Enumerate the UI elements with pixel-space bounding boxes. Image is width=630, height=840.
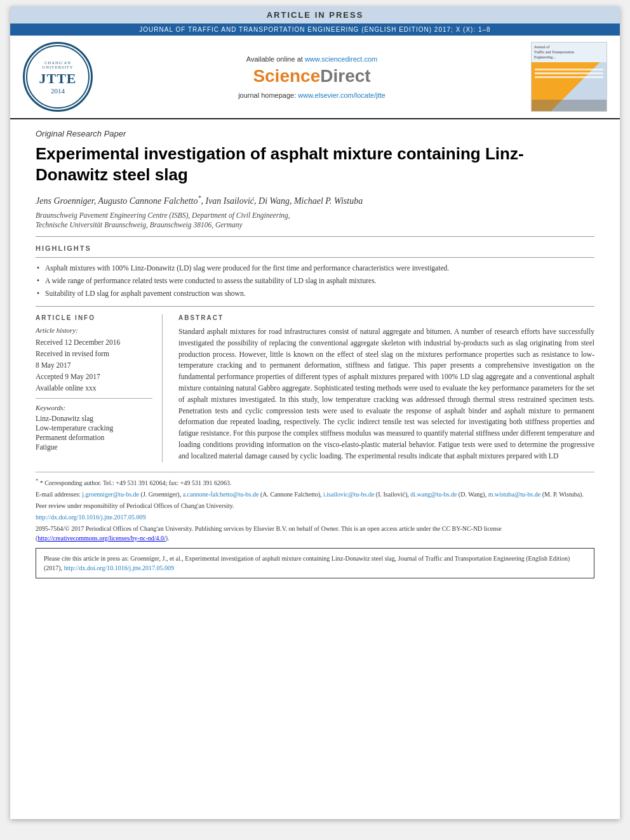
main-content: Original Research Paper Experimental inv… xyxy=(10,119,620,588)
affiliation-line1: Braunschweig Pavement Engineering Centre… xyxy=(36,211,594,219)
email-groenniger[interactable]: j.groenniger@tu-bs.de xyxy=(82,491,139,498)
corresponding-note: * * Corresponding author. Tel.: +49 531 … xyxy=(36,477,594,488)
article-info-header: ARTICLE INFO xyxy=(36,314,152,321)
cover-line3 xyxy=(535,76,603,78)
journal-cover-inner: Journal ofTraffic and TransportationEngi… xyxy=(532,43,607,111)
paper-type: Original Research Paper xyxy=(36,129,594,138)
article-in-press-banner: ARTICLE IN PRESS xyxy=(10,6,620,23)
university-logo: CHANG'AN UNIVERSITY JTTE 2014 xyxy=(23,42,93,112)
email-wistuba[interactable]: m.wistuba@tu-bs.de xyxy=(488,491,541,498)
cover-line2 xyxy=(535,72,603,74)
affiliation-line2: Technische Universität Braunschweig, Bra… xyxy=(36,221,594,229)
paper-title: Experimental investigation of asphalt mi… xyxy=(36,143,594,185)
keyword-2: Low-temperature cracking xyxy=(36,424,152,432)
cover-line1 xyxy=(535,69,603,70)
abstract-text: Standard asphalt mixtures for road infra… xyxy=(178,326,594,462)
email-falchetto[interactable]: a.cannone-falchetto@tu-bs.de xyxy=(183,491,259,498)
cc-license-link[interactable]: http://creativecommons.org/licenses/by-n… xyxy=(37,535,165,542)
abstract-col: ABSTRACT Standard asphalt mixtures for r… xyxy=(178,314,594,462)
logo-year-text: 2014 xyxy=(51,87,65,95)
page: ARTICLE IN PRESS JOURNAL OF TRAFFIC AND … xyxy=(10,6,620,819)
accepted-date: Accepted 9 May 2017 xyxy=(36,371,152,382)
footer-divider xyxy=(36,472,594,472)
available-online: Available online at www.sciencedirect.co… xyxy=(105,55,518,63)
history-label: Article history: xyxy=(36,326,152,334)
doi-anchor[interactable]: http://dx.doi.org/10.1016/j.jtte.2017.05… xyxy=(36,514,145,521)
logo-jtte-text: JTTE xyxy=(39,70,76,87)
logo-circle-inner: CHANG'AN UNIVERSITY JTTE 2014 xyxy=(26,45,90,109)
cover-stripe xyxy=(532,100,607,111)
journal-header-line: JOURNAL OF TRAFFIC AND TRANSPORTATION EN… xyxy=(10,23,620,36)
revised-label: Received in revised form xyxy=(36,349,152,359)
article-info-col: ARTICLE INFO Article history: Received 1… xyxy=(36,314,163,462)
keyword-3: Permanent deformation xyxy=(36,434,152,441)
revised-date: 8 May 2017 xyxy=(36,360,152,370)
highlight-item-3: Suitability of LD slag for asphalt pavem… xyxy=(36,288,594,298)
email-wang[interactable]: di.wang@tu-bs.de xyxy=(410,491,457,498)
keywords-label: Keywords: xyxy=(36,404,152,411)
sciencedirect-direct: Direct xyxy=(320,66,370,86)
email-line: E-mail addresses: j.groenniger@tu-bs.de … xyxy=(36,490,594,499)
available-online: Available online xxx xyxy=(36,383,152,393)
info-divider xyxy=(36,398,152,399)
available-online-label: Available online at xyxy=(246,55,303,63)
highlight-item-2: A wide range of performance related test… xyxy=(36,276,594,286)
logo-circle: CHANG'AN UNIVERSITY JTTE 2014 xyxy=(23,42,93,112)
highlights-header: HIGHLIGHTS xyxy=(36,244,594,252)
highlight-item-1: Asphalt mixtures with 100% Linz-Donawitz… xyxy=(36,263,594,273)
email-isailovic[interactable]: i.isailovic@tu-bs.de xyxy=(323,491,374,498)
header-center: Available online at www.sciencedirect.co… xyxy=(93,55,531,99)
logo-university-name: CHANG'AN UNIVERSITY xyxy=(27,59,88,70)
two-col-section: ARTICLE INFO Article history: Received 1… xyxy=(36,314,594,462)
authors-text: Jens Groenniger, Augusto Cannone Falchet… xyxy=(36,196,363,206)
header-area: CHANG'AN UNIVERSITY JTTE 2014 Available … xyxy=(10,36,620,119)
cite-doi-link[interactable]: http://dx.doi.org/10.1016/j.jtte.2017.05… xyxy=(64,564,174,571)
journal-homepage-url[interactable]: www.elsevier.com/locate/jtte xyxy=(298,91,385,99)
keyword-1: Linz-Donawitz slag xyxy=(36,415,152,422)
peer-review-note: Peer review under responsibility of Peri… xyxy=(36,501,594,510)
cite-label: Please cite this article in press as: Gr… xyxy=(44,555,570,571)
journal-cover-graphic xyxy=(532,62,607,111)
journal-cover-top: Journal ofTraffic and TransportationEngi… xyxy=(532,43,607,62)
corresponding-note-text: * Corresponding author. Tel.: +49 531 39… xyxy=(40,479,232,486)
sciencedirect-logo: ScienceDirect xyxy=(105,66,518,86)
keyword-4: Fatigue xyxy=(36,443,152,451)
journal-homepage: journal homepage: www.elsevier.com/locat… xyxy=(105,91,518,99)
authors: Jens Groenniger, Augusto Cannone Falchet… xyxy=(36,194,594,206)
footnote-star: * xyxy=(36,478,38,484)
available-online-url[interactable]: www.sciencedirect.com xyxy=(305,55,377,63)
email-line-text: E-mail addresses: j.groenniger@tu-bs.de … xyxy=(36,491,584,498)
journal-cover-bottom xyxy=(532,62,607,111)
corresponding-sup: * xyxy=(198,194,201,201)
highlights-box: Asphalt mixtures with 100% Linz-Donawitz… xyxy=(36,257,594,307)
journal-header-text: JOURNAL OF TRAFFIC AND TRANSPORTATION EN… xyxy=(139,26,490,33)
journal-cover-image: Journal ofTraffic and TransportationEngi… xyxy=(531,42,607,112)
citation-box: Please cite this article in press as: Gr… xyxy=(36,548,594,578)
article-in-press-text: ARTICLE IN PRESS xyxy=(267,10,364,20)
copyright-text: 2095-7564/© 2017 Periodical Offices of C… xyxy=(36,524,594,543)
authors-italic: Jens Groenniger, Augusto Cannone Falchet… xyxy=(36,196,363,206)
divider-1 xyxy=(36,236,594,237)
copyright-content: 2095-7564/© 2017 Periodical Offices of C… xyxy=(36,525,502,542)
abstract-header: ABSTRACT xyxy=(178,314,594,321)
received-date: Received 12 December 2016 xyxy=(36,337,152,347)
journal-homepage-label: journal homepage: xyxy=(238,91,296,99)
doi-link: http://dx.doi.org/10.1016/j.jtte.2017.05… xyxy=(36,512,594,522)
sciencedirect-sci: Science xyxy=(253,66,320,86)
